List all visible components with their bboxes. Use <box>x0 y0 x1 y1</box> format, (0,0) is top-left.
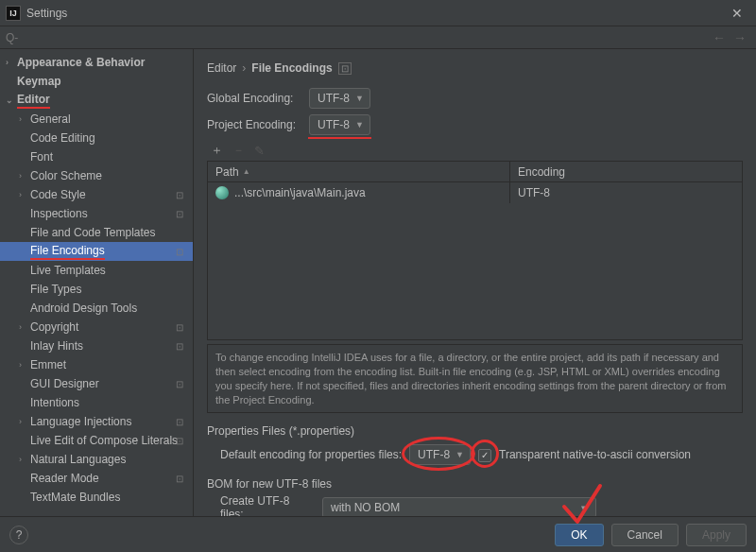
sidebar-item-label: Appearance & Behavior <box>17 56 145 69</box>
project-encoding-combo[interactable]: UTF-8 ▼ <box>309 114 370 135</box>
sidebar-item-textmate-bundles[interactable]: TextMate Bundles <box>0 488 193 507</box>
remove-icon: － <box>232 142 245 159</box>
edit-icon: ✎ <box>254 144 265 158</box>
cancel-button[interactable]: Cancel <box>611 524 679 546</box>
bom-section-title: BOM for new UTF-8 files <box>207 477 743 491</box>
sidebar-item-label: Code Style <box>30 188 86 201</box>
sidebar-item-inlay-hints[interactable]: Inlay Hints⊡ <box>0 336 193 355</box>
sidebar-item-label: Color Scheme <box>30 169 102 182</box>
sidebar-item-reader-mode[interactable]: Reader Mode⊡ <box>0 469 193 488</box>
sidebar-item-label: Intentions <box>30 396 79 409</box>
chevron-down-icon: ▾ <box>581 503 586 512</box>
tree-arrow-icon: › <box>19 417 30 426</box>
props-encoding-combo[interactable]: UTF-8 ▼ <box>409 444 471 465</box>
sidebar-item-label: Font <box>30 150 53 164</box>
sidebar-item-natural-languages[interactable]: ›Natural Languages <box>0 450 193 469</box>
table-header: Path ▲ Encoding <box>208 162 742 182</box>
sidebar-item-emmet[interactable]: ›Emmet <box>0 355 193 374</box>
props-encoding-label: Default encoding for properties files: <box>220 448 402 461</box>
col-path[interactable]: Path ▲ <box>208 162 510 181</box>
help-button[interactable]: ? <box>9 526 28 544</box>
sidebar-item-label: Copyright <box>30 320 78 334</box>
sidebar-item-label: General <box>30 112 71 126</box>
file-icon <box>215 186 229 199</box>
scope-badge-icon: ⊡ <box>176 322 183 333</box>
chevron-right-icon: › <box>242 61 246 75</box>
add-icon[interactable]: ＋ <box>211 142 223 159</box>
file-path: ...\src\main\java\Main.java <box>234 186 366 199</box>
sidebar-item-label: Language Injections <box>30 415 131 428</box>
sidebar-item-gui-designer[interactable]: GUI Designer⊡ <box>0 374 193 393</box>
sidebar-item-label: Editor <box>17 93 50 109</box>
tree-arrow-icon: › <box>19 455 30 464</box>
annotation-underline <box>308 137 371 139</box>
global-encoding-combo[interactable]: UTF-8 ▼ <box>309 88 370 109</box>
sidebar-item-label: GUI Designer <box>30 377 99 390</box>
scope-icon: ⊡ <box>338 62 352 75</box>
sidebar-item-label: Live Templates <box>30 264 106 277</box>
chevron-down-icon: ▼ <box>355 94 364 103</box>
sidebar-item-label: Inspections <box>30 207 88 220</box>
sidebar-item-live-edit-of-compose-literals[interactable]: Live Edit of Compose Literals⊡ <box>0 431 193 450</box>
nav-back-icon[interactable]: ← <box>713 30 726 45</box>
props-section-title: Properties Files (*.properties) <box>207 424 743 438</box>
breadcrumb: Editor › File Encodings ⊡ <box>207 59 743 78</box>
sidebar-item-file-encodings[interactable]: File Encodings⊡ <box>0 242 193 261</box>
table-row[interactable]: ...\src\main\java\Main.javaUTF-8 <box>208 182 742 203</box>
tree-arrow-icon: › <box>19 171 30 181</box>
native-ascii-checkbox[interactable]: ✓ <box>478 449 491 462</box>
scope-badge-icon: ⊡ <box>176 417 183 427</box>
sidebar-item-font[interactable]: Font <box>0 147 193 166</box>
dialog-footer: ? OK Cancel Apply <box>0 516 756 552</box>
breadcrumb-parent[interactable]: Editor <box>207 61 236 75</box>
sidebar: ›Appearance & BehaviorKeymap⌄Editor›Gene… <box>0 49 194 516</box>
sidebar-item-language-injections[interactable]: ›Language Injections⊡ <box>0 412 193 431</box>
sidebar-item-inspections[interactable]: Inspections⊡ <box>0 204 193 223</box>
scope-badge-icon: ⊡ <box>176 436 183 446</box>
nav-forward-icon[interactable]: → <box>733 30 747 45</box>
searchbar: ← → <box>0 26 756 49</box>
sidebar-item-code-style[interactable]: ›Code Style⊡ <box>0 185 193 204</box>
col-encoding[interactable]: Encoding <box>510 162 742 181</box>
table-toolbar: ＋ － ✎ <box>207 140 743 161</box>
sidebar-item-color-scheme[interactable]: ›Color Scheme <box>0 166 193 185</box>
sort-asc-icon: ▲ <box>243 167 250 176</box>
close-icon[interactable]: ✕ <box>724 6 750 21</box>
sidebar-item-appearance-behavior[interactable]: ›Appearance & Behavior <box>0 53 193 72</box>
ok-button[interactable]: OK <box>555 524 603 546</box>
sidebar-item-general[interactable]: ›General <box>0 110 193 129</box>
app-icon: IJ <box>6 6 21 21</box>
sidebar-item-keymap[interactable]: Keymap <box>0 72 193 91</box>
sidebar-item-file-and-code-templates[interactable]: File and Code Templates <box>0 223 193 242</box>
sidebar-item-live-templates[interactable]: Live Templates <box>0 261 193 280</box>
sidebar-item-label: Inlay Hints <box>30 339 83 353</box>
sidebar-item-label: Natural Languages <box>30 453 126 466</box>
encoding-table: Path ▲ Encoding ...\src\main\java\Main.j… <box>207 161 743 340</box>
scope-badge-icon: ⊡ <box>176 247 183 257</box>
search-input[interactable] <box>6 31 750 44</box>
sidebar-item-label: Keymap <box>17 75 61 88</box>
titlebar: IJ Settings ✕ <box>0 0 756 26</box>
sidebar-item-android-design-tools[interactable]: Android Design Tools <box>0 299 193 318</box>
sidebar-item-label: File and Code Templates <box>30 226 156 239</box>
native-ascii-label[interactable]: Transparent native-to-ascii conversion <box>499 448 691 461</box>
sidebar-item-file-types[interactable]: File Types <box>0 280 193 299</box>
bom-create-combo[interactable]: with NO BOM ▾ <box>322 497 596 516</box>
scope-badge-icon: ⊡ <box>176 379 183 389</box>
sidebar-item-editor[interactable]: ⌄Editor <box>0 91 193 110</box>
sidebar-item-label: File Encodings <box>30 244 105 260</box>
scope-badge-icon: ⊡ <box>176 474 183 484</box>
sidebar-item-intentions[interactable]: Intentions <box>0 393 193 412</box>
chevron-down-icon: ▼ <box>455 450 464 459</box>
apply-button: Apply <box>686 524 747 546</box>
window-title: Settings <box>26 7 724 20</box>
sidebar-item-code-editing[interactable]: Code Editing <box>0 129 193 147</box>
sidebar-item-label: Reader Mode <box>30 472 99 485</box>
tree-arrow-icon: › <box>6 58 17 67</box>
help-text: To change encoding IntelliJ IDEA uses fo… <box>207 344 743 413</box>
sidebar-item-copyright[interactable]: ›Copyright⊡ <box>0 318 193 336</box>
scope-badge-icon: ⊡ <box>176 341 183 352</box>
breadcrumb-current: File Encodings <box>251 61 332 75</box>
tree-arrow-icon: › <box>19 114 30 124</box>
tree-arrow-icon: ⌄ <box>6 95 17 105</box>
